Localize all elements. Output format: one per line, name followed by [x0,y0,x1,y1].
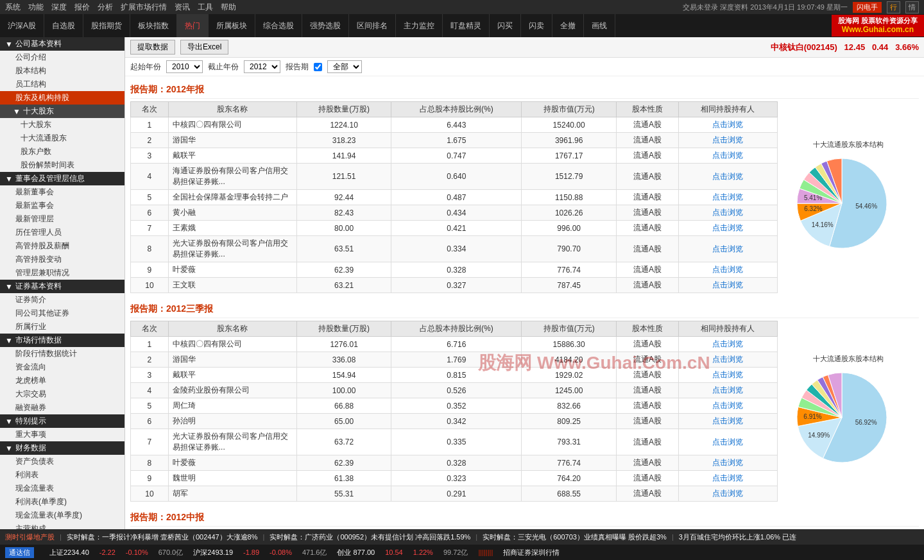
sidebar-item-block-trade[interactable]: 大宗交易 [0,387,124,401]
cell-link[interactable]: 点击浏览 [678,117,777,133]
table-row: 4 海通证券股份有限公司客户信用交易担保证券账... 121.51 0.640 … [131,164,778,190]
sidebar-item-intro[interactable]: 公司介绍 [0,51,124,64]
menu-depth[interactable]: 深度 [51,2,67,13]
tab-bankuai[interactable]: 板块指数 [130,14,177,37]
fetch-data-button[interactable]: 提取数据 [130,40,175,55]
sidebar-item-unlock[interactable]: 股份解禁时间表 [0,158,124,172]
top-menubar: 系统 功能 深度 报价 分析 扩展市场行情 资讯 工具 帮助 交易未登录 深度资… [0,0,924,14]
sidebar-item-cashflow-q[interactable]: 现金流量表(单季度) [0,509,124,522]
menu-expand[interactable]: 扩展市场行情 [121,2,167,13]
export-excel-button[interactable]: 导出Excel [180,40,228,55]
cell-link[interactable]: 点击浏览 [678,414,777,429]
start-year-select[interactable]: 2010 [166,60,203,73]
cell-link[interactable]: 点击浏览 [678,190,777,205]
tab-zixuan[interactable]: 自选股 [44,14,83,37]
sidebar-item-industry[interactable]: 所属行业 [0,320,124,334]
sidebar-item-dragon-list[interactable]: 龙虎榜单 [0,374,124,387]
sidebar-item-equity[interactable]: 股本结构 [0,64,124,78]
tab-remen[interactable]: 热门 [177,14,209,37]
tab-hushen[interactable]: 沪深A股 [0,14,44,37]
tab-dinpan[interactable]: 盯盘精灵 [443,14,490,37]
cell-link[interactable]: 点击浏览 [678,221,777,236]
tab-qiangshixuangu[interactable]: 强势选股 [302,14,349,37]
hang-btn[interactable]: 行 [887,1,900,13]
sidebar-item-cashflow[interactable]: 现金流量表 [0,482,124,495]
cell-link[interactable]: 点击浏览 [678,383,777,398]
cell-link[interactable]: 点击浏览 [678,471,777,486]
cell-link[interactable]: 点击浏览 [678,455,777,471]
sidebar-group-special[interactable]: ▼ 特别提示 [0,414,124,428]
flash-btn[interactable]: 闪电手 [853,2,882,13]
sidebar-item-board-new[interactable]: 最新董事会 [0,185,124,199]
tab-qujianpaiming[interactable]: 区间排名 [349,14,396,37]
tab-shanmai[interactable]: 闪买 [490,14,521,37]
cell-link[interactable]: 点击浏览 [678,337,777,352]
tab-zhulijijance[interactable]: 主力监控 [396,14,443,37]
cell-link[interactable]: 点击浏览 [678,278,777,293]
sidebar-item-holdercount[interactable]: 股东户数 [0,145,124,158]
sidebar-item-balance[interactable]: 资产负债表 [0,455,124,468]
menu-analysis[interactable]: 分析 [98,2,113,13]
cell-link[interactable]: 点击浏览 [678,429,777,455]
sidebar-item-sec-intro[interactable]: 证券简介 [0,293,124,307]
sidebar-item-cashflow-dir[interactable]: 资金流向 [0,361,124,374]
sidebar-item-income-q[interactable]: 利润表(单季度) [0,495,124,509]
cell-link[interactable]: 点击浏览 [678,164,777,190]
cell-link[interactable]: 点击浏览 [678,486,777,502]
bottom-ticker: 测时引爆地产股 | 实时解盘：一季报计净利暴增 壹桥茜业（002447）大涨逾8… [0,529,924,545]
sidebar-item-supervisory[interactable]: 最新监事会 [0,199,124,212]
cell-link[interactable]: 点击浏览 [678,133,777,148]
tab-huaxian[interactable]: 画线 [584,14,615,37]
cell-rank: 9 [131,471,169,486]
menu-tools[interactable]: 工具 [198,2,213,13]
sidebar-item-mgmt-new[interactable]: 最新管理层 [0,212,124,226]
sidebar-item-major-events[interactable]: 重大事项 [0,428,124,441]
report1-table-area: 名次 股东名称 持股数量(万股) 占总股本持股比例(%) 持股市值(万元) 股本… [130,101,778,293]
qing-btn[interactable]: 情 [905,1,919,13]
th-type: 股本性质 [617,102,679,117]
sidebar-item-margin[interactable]: 融资融券 [0,401,124,414]
sidebar-item-top10[interactable]: 十大股东 [0,118,124,132]
cell-link[interactable]: 点击浏览 [678,262,777,278]
end-year-select[interactable]: 2012 [244,60,280,73]
sidebar-item-exec-change[interactable]: 高管持股变动 [0,253,124,266]
cell-link[interactable]: 点击浏览 [678,352,777,368]
tongda-button[interactable]: 通达信 [5,547,34,558]
cell-link[interactable]: 点击浏览 [678,398,777,414]
cell-link[interactable]: 点击浏览 [678,148,777,164]
tab-shanmai2[interactable]: 闪卖 [521,14,552,37]
cell-ratio: 0.487 [391,190,522,205]
tab-zonghexuangu[interactable]: 综合选股 [255,14,302,37]
sidebar-group-board[interactable]: ▼ 董事会及管理层信息 [0,172,124,185]
menu-system[interactable]: 系统 [5,2,21,13]
all-checkbox[interactable] [314,63,322,71]
menu-quote[interactable]: 报价 [74,2,90,13]
sidebar-group-topten[interactable]: ▼ 十大股东 [0,105,124,118]
cell-shares: 92.44 [296,190,391,205]
tab-quanque[interactable]: 全撤 [552,14,584,37]
sidebar-item-income[interactable]: 利润表 [0,468,124,482]
tab-guzhiqihuo[interactable]: 股指期货 [83,14,130,37]
sidebar-item-main-biz[interactable]: 主营构成 [0,522,124,529]
sidebar-group-market[interactable]: ▼ 市场行情数据 [0,334,124,347]
sidebar-group-company[interactable]: ▼ 公司基本资料 [0,37,124,51]
menu-news[interactable]: 资讯 [175,2,190,13]
sidebar-item-mgmt-history[interactable]: 历任管理人员 [0,226,124,239]
sidebar-item-staff[interactable]: 员工结构 [0,78,124,91]
sidebar-group-financial[interactable]: ▼ 财务数据 [0,441,124,455]
menu-function[interactable]: 功能 [28,2,44,13]
sidebar-item-stage-stats[interactable]: 阶段行情数据统计 [0,347,124,361]
cell-link[interactable]: 点击浏览 [678,205,777,221]
pie-label-1: 14.16% [812,221,834,228]
sidebar-item-exec-shares[interactable]: 高管持股及薪酬 [0,239,124,253]
menu-help[interactable]: 帮助 [221,2,236,13]
tab-suoshubankuai[interactable]: 所属板块 [209,14,255,37]
sidebar-item-shareholder[interactable]: 股东及机构持股 [0,91,124,105]
cell-link[interactable]: 点击浏览 [678,368,777,383]
sidebar-item-other-sec[interactable]: 同公司其他证券 [0,307,124,320]
sidebar-item-exec-parttime[interactable]: 管理层兼职情况 [0,266,124,280]
report-type-select[interactable]: 全部 [327,60,362,73]
cell-link[interactable]: 点击浏览 [678,236,777,262]
sidebar-group-securities[interactable]: ▼ 证券基本资料 [0,280,124,293]
sidebar-item-top10flow[interactable]: 十大流通股东 [0,132,124,145]
